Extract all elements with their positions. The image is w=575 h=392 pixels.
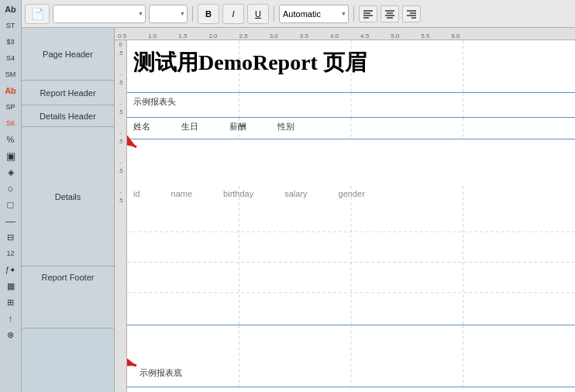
horizontal-ruler: 0.5 1.0 1.5 2.0 2.5 3.0 3.5 4.0 4.5 5.0 … xyxy=(115,28,575,40)
sp-tool[interactable]: SP xyxy=(2,99,19,115)
vruler-mark-3h: .5 xyxy=(119,139,123,144)
separator-2 xyxy=(274,6,274,22)
color-select-wrapper[interactable]: Automatic xyxy=(279,5,349,23)
col-gender: 性别 xyxy=(277,121,294,132)
content-vruler-area: 0 .5 - .5 - .5 - .5 - .5 - .5 xyxy=(115,40,575,392)
separator-1 xyxy=(192,6,193,22)
sm-tool[interactable]: SM xyxy=(2,67,19,82)
ruler-mark-3: 2.0 xyxy=(208,33,217,40)
ruler-mark-8: 4.5 xyxy=(360,33,369,40)
report-header-label: Report Header xyxy=(22,81,114,105)
chart-tool[interactable]: ◈ xyxy=(2,164,19,180)
ruler-h-marks: 0.5 1.0 1.5 2.0 2.5 3.0 3.5 4.0 4.5 5.0 … xyxy=(115,28,460,40)
ruler-mark-6: 3.5 xyxy=(300,33,308,40)
detail-name: name xyxy=(171,189,193,198)
details-header-columns: 姓名 生日 薪酬 性别 xyxy=(127,118,575,136)
color-select[interactable]: Automatic xyxy=(279,5,349,23)
func-tool[interactable]: ƒ✦ xyxy=(2,262,19,277)
report-area: Page Header Report Header Details Header… xyxy=(22,28,575,392)
db-tool[interactable]: ⊗ xyxy=(2,327,19,342)
ruler-mark-0: 0.5 xyxy=(118,33,126,40)
details-header-label: Details Header xyxy=(22,105,114,127)
s6-tool[interactable]: S6 xyxy=(2,115,19,131)
sub-tool[interactable]: ⊞ xyxy=(2,294,19,310)
ruler-mark-7: 4.0 xyxy=(330,33,339,40)
section-labels: Page Header Report Header Details Header… xyxy=(22,28,115,392)
line-tool[interactable]: — xyxy=(2,213,19,229)
font-select-wrapper[interactable] xyxy=(53,5,146,23)
report-header-text: 示例报表头 xyxy=(127,93,575,111)
vruler-mark-0: 0 xyxy=(119,42,122,47)
ruler-mark-4: 2.5 xyxy=(239,33,248,40)
ruler-mark-5: 3.0 xyxy=(270,33,278,40)
report-header-section: 示例报表头 xyxy=(127,93,575,118)
left-toolbar: Ab ST $3 S4 SM Ab SP S6 % ▣ ◈ ○ □ — ⊟ 12… xyxy=(0,0,22,392)
img-tool[interactable]: ▣ xyxy=(2,148,19,163)
report-canvas[interactable]: 测试用DemoReport 页眉 示例报表头 xyxy=(127,40,575,392)
vruler-mark-4: - xyxy=(119,160,121,165)
arrow-tool[interactable]: ↑ xyxy=(2,311,19,326)
details-label: Details xyxy=(22,127,114,266)
size-select-wrapper[interactable] xyxy=(149,5,188,23)
details-header-section: 姓名 生日 薪酬 性别 xyxy=(127,118,575,139)
ruler-mark-1: 1.0 xyxy=(148,33,157,40)
italic-button[interactable]: I xyxy=(222,4,244,24)
details-grid xyxy=(127,186,575,325)
ruler-mark-2: 1.5 xyxy=(178,33,187,40)
percent-tool[interactable]: % xyxy=(2,132,19,147)
report-footer-section: 示例报表底 xyxy=(127,325,575,387)
ruler-mark-9: 5.0 xyxy=(391,33,399,40)
details-columns: id name birthday salary gender xyxy=(127,186,575,201)
align-left-button[interactable] xyxy=(359,5,377,22)
underline-button[interactable]: U xyxy=(247,4,269,24)
ruler-mark-10: 5.5 xyxy=(421,33,429,40)
ruler-and-content: 0.5 1.0 1.5 2.0 2.5 3.0 3.5 4.0 4.5 5.0 … xyxy=(115,28,575,392)
grid-tool[interactable]: ▦ xyxy=(2,278,19,294)
bold-button[interactable]: B xyxy=(198,4,219,24)
report-icon: 📄 xyxy=(31,8,44,20)
vruler-mark-1: - xyxy=(119,71,121,77)
num-tool[interactable]: 12 xyxy=(2,246,19,261)
align-right-button[interactable] xyxy=(402,5,421,22)
vruler-mark-3: - xyxy=(119,130,121,136)
detail-birthday: birthday xyxy=(223,189,253,198)
rect-tool[interactable]: □ xyxy=(2,197,19,212)
circle-tool[interactable]: ○ xyxy=(2,181,19,196)
main-area: 📄 B I U Automatic xyxy=(22,0,575,392)
vruler-mark-4h: .5 xyxy=(119,168,123,174)
align-center-button[interactable] xyxy=(380,5,399,22)
vruler-mark-2: - xyxy=(119,101,121,106)
size-select[interactable] xyxy=(149,5,188,23)
page-header-content: 测试用DemoReport 页眉 xyxy=(127,40,575,77)
col-salary: 薪酬 xyxy=(229,121,246,132)
ab2-tool[interactable]: Ab xyxy=(2,83,19,98)
ruler-mark-11: 6.0 xyxy=(451,33,460,40)
vruler-mark-1h: .5 xyxy=(119,80,123,85)
vertical-ruler: 0 .5 - .5 - .5 - .5 - .5 - .5 xyxy=(115,40,127,392)
details-section: id name birthday salary gender xyxy=(127,186,575,325)
page-header-label: Page Header xyxy=(22,28,114,81)
vruler-mark-2h: .5 xyxy=(119,109,123,115)
top-toolbar: 📄 B I U Automatic xyxy=(22,0,575,28)
ab-tool[interactable]: Ab xyxy=(2,2,19,17)
vruler-mark-5: - xyxy=(119,189,121,194)
font-select[interactable] xyxy=(53,5,146,23)
ruler-tool[interactable]: ⊟ xyxy=(2,229,19,245)
s4-tool[interactable]: S4 xyxy=(2,50,19,66)
report-footer-label: Report Footer xyxy=(22,266,114,328)
vruler-mark-0h: .5 xyxy=(119,50,123,56)
report-footer-grid xyxy=(127,325,575,387)
st-tool[interactable]: ST xyxy=(2,18,19,33)
detail-gender: gender xyxy=(339,189,365,198)
vruler-mark-5h: .5 xyxy=(119,198,123,203)
report-icon-btn[interactable]: 📄 xyxy=(25,4,50,24)
report-footer-text: 示例报表底 xyxy=(133,364,188,382)
separator-3 xyxy=(353,6,354,22)
col-name: 姓名 xyxy=(133,121,150,132)
page-header-section: 测试用DemoReport 页眉 xyxy=(127,40,575,93)
detail-salary: salary xyxy=(284,189,307,198)
s3-tool[interactable]: $3 xyxy=(2,34,19,50)
col-birthday: 生日 xyxy=(181,121,198,132)
detail-id: id xyxy=(133,189,140,198)
